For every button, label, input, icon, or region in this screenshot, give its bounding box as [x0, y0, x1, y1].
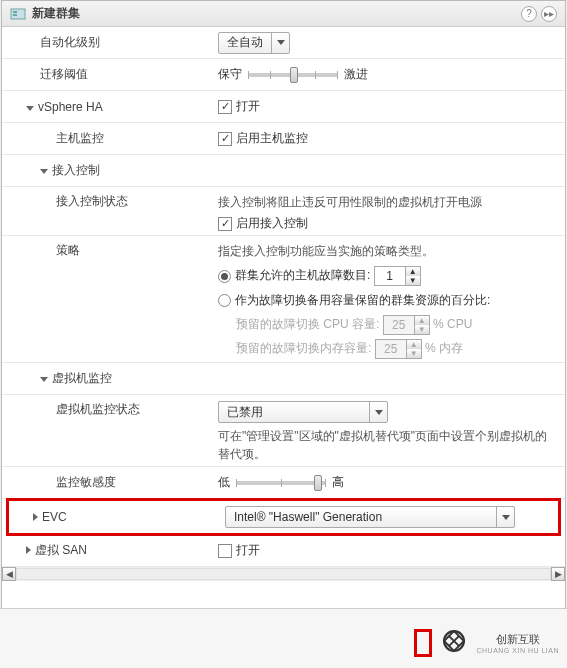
vsphere-ha-label: vSphere HA [38, 100, 103, 114]
admission-control-checkbox[interactable] [218, 217, 232, 231]
admission-control-expander[interactable] [40, 169, 48, 174]
brand-logo-icon [436, 623, 472, 659]
vsphere-ha-expander[interactable] [26, 106, 34, 111]
automation-level-select[interactable]: 全自动 [218, 32, 290, 54]
evc-select[interactable]: Intel® "Haswell" Generation [225, 506, 515, 528]
host-monitoring-checkbox[interactable] [218, 132, 232, 146]
vsphere-ha-checkbox[interactable] [218, 100, 232, 114]
vm-monitoring-expander[interactable] [40, 377, 48, 382]
policy-label: 策略 [8, 242, 218, 259]
evc-highlight: EVC Intel® "Haswell" Generation [6, 498, 561, 536]
vm-monitoring-label: 虚拟机监控 [52, 371, 112, 385]
vm-monitoring-status-select[interactable]: 已禁用 [218, 401, 388, 423]
vm-monitoring-status-label: 虚拟机监控状态 [8, 401, 218, 418]
monitoring-sensitivity-slider[interactable]: 低 高 [218, 474, 344, 491]
host-monitoring-label: 主机监控 [8, 130, 218, 147]
cpu-reserve-spinner: 25▲▼ [383, 315, 430, 335]
horizontal-scrollbar[interactable]: ◀ ▶ [2, 567, 565, 581]
admission-status-label: 接入控制状态 [8, 193, 218, 210]
cluster-icon [10, 6, 26, 22]
dropdown-icon[interactable] [369, 402, 387, 422]
policy-radio-capacity[interactable] [218, 294, 231, 307]
migration-threshold-label: 迁移阈值 [8, 66, 218, 83]
footer-highlight-box [414, 629, 432, 657]
policy-desc: 指定接入控制功能应当实施的策略类型。 [218, 242, 559, 260]
admission-control-label: 接入控制 [52, 163, 100, 177]
policy-radio-host-failures[interactable] [218, 270, 231, 283]
pin-button[interactable]: ▸▸ [541, 6, 557, 22]
help-button[interactable]: ? [521, 6, 537, 22]
content-area: 自动化级别 全自动 迁移阈值 保守 激进 vSphere HA 打开 [2, 27, 565, 612]
svg-rect-1 [13, 11, 17, 13]
evc-label: EVC [42, 510, 67, 524]
vsan-expander[interactable] [26, 546, 31, 554]
host-failures-spinner[interactable]: 1▲▼ [374, 266, 421, 286]
footer-bar: 创新互联 CHUANG XIN HU LIAN [0, 608, 567, 668]
evc-expander[interactable] [33, 513, 38, 521]
migration-threshold-slider[interactable]: 保守 激进 [218, 66, 368, 83]
automation-level-label: 自动化级别 [8, 34, 218, 51]
vsan-checkbox[interactable] [218, 544, 232, 558]
admission-status-desc: 接入控制将阻止违反可用性限制的虚拟机打开电源 [218, 193, 559, 211]
monitoring-sensitivity-label: 监控敏感度 [8, 474, 218, 491]
mem-reserve-spinner: 25▲▼ [375, 339, 422, 359]
vsan-label: 虚拟 SAN [35, 543, 87, 557]
scroll-left-icon[interactable]: ◀ [2, 567, 16, 581]
brand-name: 创新互联 [476, 632, 559, 647]
scroll-right-icon[interactable]: ▶ [551, 567, 565, 581]
dropdown-icon[interactable] [496, 507, 514, 527]
dropdown-icon[interactable] [271, 33, 289, 53]
brand-sub: CHUANG XIN HU LIAN [476, 647, 559, 654]
titlebar: 新建群集 ? ▸▸ [2, 1, 565, 27]
svg-rect-2 [13, 14, 17, 16]
window-title: 新建群集 [32, 5, 517, 22]
vm-monitoring-desc: 可在"管理设置"区域的"虚拟机替代项"页面中设置个别虚拟机的替代项。 [218, 427, 559, 463]
